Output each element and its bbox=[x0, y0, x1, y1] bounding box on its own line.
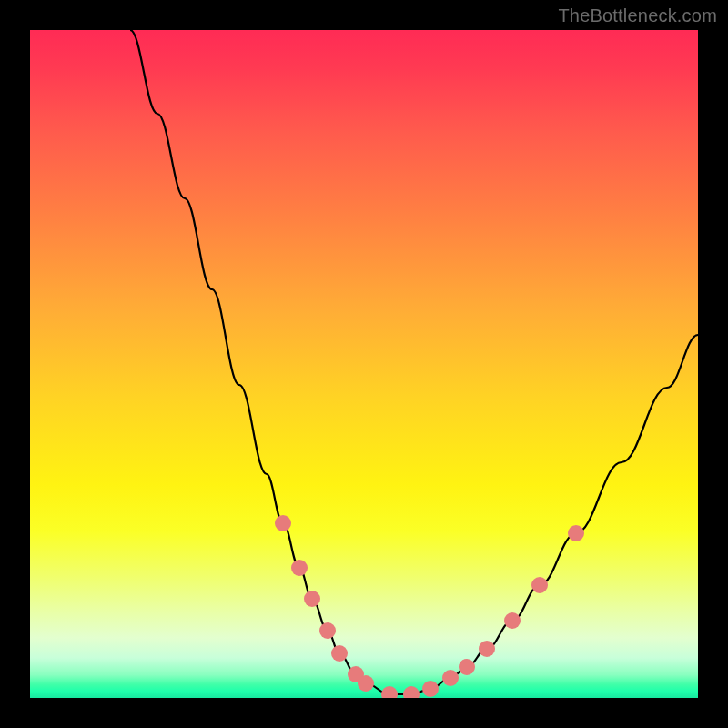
highlight-dot bbox=[422, 681, 439, 697]
highlight-dot bbox=[291, 560, 308, 576]
highlight-dot bbox=[319, 622, 336, 639]
highlight-dot bbox=[442, 670, 459, 686]
highlight-dot bbox=[403, 686, 420, 698]
highlight-dot bbox=[504, 612, 521, 629]
highlight-dot bbox=[568, 525, 584, 541]
highlight-dot bbox=[459, 659, 475, 675]
highlight-dot bbox=[381, 686, 398, 698]
bottleneck-curve bbox=[130, 30, 698, 694]
highlight-dot bbox=[331, 645, 348, 662]
chart-plot-area bbox=[30, 30, 698, 698]
highlight-dot bbox=[479, 641, 495, 657]
chart-svg bbox=[30, 30, 698, 698]
highlight-dot bbox=[275, 515, 291, 531]
highlight-dots bbox=[275, 515, 584, 698]
highlight-dot bbox=[531, 577, 548, 593]
watermark-text: TheBottleneck.com bbox=[558, 5, 717, 26]
highlight-dot bbox=[358, 675, 374, 692]
chart-frame: TheBottleneck.com bbox=[0, 0, 728, 728]
highlight-dot bbox=[304, 591, 320, 607]
